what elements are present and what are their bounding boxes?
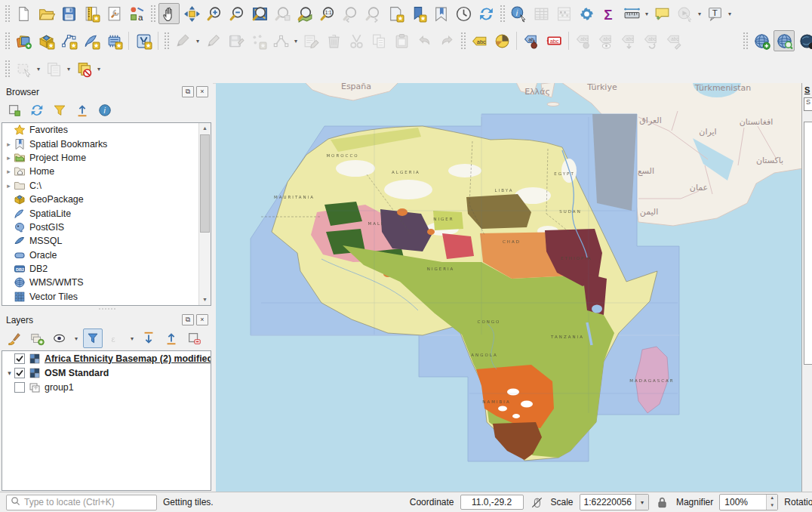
temporal-controller-button[interactable]: [453, 3, 474, 24]
copy-features-button[interactable]: [368, 30, 389, 51]
processing-toolbox-button[interactable]: [576, 3, 597, 24]
paste-features-button[interactable]: [391, 30, 412, 51]
refresh-map-button[interactable]: [475, 3, 497, 24]
new-temporary-scratch-layer-button[interactable]: [103, 30, 125, 51]
browser-refresh-button[interactable]: [27, 100, 47, 120]
expand-all-button[interactable]: [139, 328, 158, 348]
toolbar-grip[interactable]: [743, 32, 748, 50]
globe-search-button[interactable]: [774, 30, 795, 51]
redo-button[interactable]: [436, 30, 457, 51]
scroll-thumb[interactable]: [200, 134, 210, 233]
browser-filter-button[interactable]: [50, 100, 69, 120]
browser-item-postgis[interactable]: PostGIS: [2, 221, 211, 234]
toolbar-grip[interactable]: [500, 5, 505, 23]
style-manager-button[interactable]: a: [126, 3, 147, 24]
layers-float-button[interactable]: ⧉: [182, 314, 194, 325]
browser-item-project-home[interactable]: ▸Project Home: [2, 151, 211, 165]
delete-selected-button[interactable]: [323, 30, 344, 51]
modify-attributes-button[interactable]: [300, 30, 321, 51]
manage-themes-button[interactable]: [50, 328, 69, 348]
new-shapefile-layer-button[interactable]: [58, 30, 79, 51]
map-canvas[interactable]: MOROCCOALGERIALIBYAEGYPTMAURITANIAMALINI…: [216, 83, 801, 492]
dock-splitter[interactable]: [0, 306, 213, 311]
coordinate-input[interactable]: 11.0,-29.2: [460, 495, 524, 510]
deselect-all-dropdown-icon[interactable]: ▾: [95, 66, 103, 72]
browser-item-spatialite[interactable]: SpatiaLite: [2, 206, 211, 220]
measure-line-button[interactable]: [621, 3, 642, 24]
browser-scrollbar[interactable]: ▲ ▼: [198, 123, 211, 305]
identify-features-button[interactable]: i: [508, 3, 529, 24]
toolbar-grip[interactable]: [150, 5, 155, 23]
expand-icon[interactable]: ▸: [4, 154, 14, 162]
show-layout-manager-button[interactable]: [103, 3, 125, 24]
pin-labels-button[interactable]: ab: [521, 30, 542, 51]
toolbar-grip[interactable]: [5, 60, 10, 78]
new-spatialite-layer-button[interactable]: [81, 30, 102, 51]
layer-checkbox[interactable]: [14, 353, 25, 364]
zoom-next-button[interactable]: [362, 3, 383, 24]
open-attribute-table-button[interactable]: [531, 3, 552, 24]
remove-layer-button[interactable]: [184, 328, 204, 348]
toggle-editing-button[interactable]: [202, 30, 223, 51]
show-spatial-bookmarks-button[interactable]: [430, 3, 451, 24]
open-layer-styling-button[interactable]: [5, 328, 24, 348]
select-features-dropdown-icon[interactable]: ▾: [35, 66, 42, 72]
globe-add-button[interactable]: [751, 30, 772, 51]
move-label-button[interactable]: abc: [618, 30, 639, 51]
lock-icon[interactable]: [655, 495, 670, 510]
map-tips-button[interactable]: [651, 3, 672, 24]
toolbar-grip[interactable]: [460, 32, 466, 50]
layer-item-group1[interactable]: group1: [2, 380, 211, 394]
browser-item-oracle[interactable]: Oracle: [2, 248, 211, 262]
layer-labeling-button[interactable]: abc: [469, 30, 490, 51]
select-features-by-value-dropdown-icon[interactable]: ▾: [65, 66, 72, 72]
change-label-button[interactable]: abc: [663, 30, 684, 51]
browser-item-favorites[interactable]: Favorites: [2, 123, 211, 137]
zoom-in-button[interactable]: [204, 3, 225, 24]
collapse-tree-button[interactable]: [72, 100, 92, 120]
deselect-all-button[interactable]: [73, 58, 94, 79]
add-selected-layers-button[interactable]: [5, 100, 24, 120]
zoom-to-selection-button[interactable]: [272, 3, 293, 24]
filter-expression-dropdown-icon[interactable]: ▾: [128, 335, 136, 342]
right-panel-field-fragment[interactable]: S: [804, 97, 812, 111]
add-group-button[interactable]: [27, 328, 47, 348]
browser-item-c-[interactable]: ▸C:\: [2, 179, 211, 193]
pan-map-button[interactable]: [158, 3, 180, 24]
new-spatial-bookmark-button[interactable]: [408, 3, 429, 24]
toolbar-grip[interactable]: [5, 5, 10, 23]
browser-properties-button[interactable]: i: [95, 100, 115, 120]
select-features-by-value-button[interactable]: [43, 58, 64, 79]
layer-item-osm-standard[interactable]: ▾OSM Standard: [2, 365, 211, 380]
browser-float-button[interactable]: ⧉: [182, 86, 194, 97]
text-annotation-dropdown-icon[interactable]: ▾: [726, 11, 734, 17]
run-feature-action-dropdown-icon[interactable]: ▾: [696, 11, 703, 17]
data-source-manager-button[interactable]: [13, 30, 34, 51]
expand-icon[interactable]: ▸: [4, 140, 14, 148]
vertex-tool-button[interactable]: [270, 30, 291, 51]
run-feature-action-button[interactable]: [674, 3, 695, 24]
browser-item-spatial-bookmarks[interactable]: ▸Spatial Bookmarks: [2, 137, 211, 150]
toolbar-grip[interactable]: [5, 32, 10, 50]
project-save-button[interactable]: [58, 3, 79, 24]
pin-unpin-labels-button[interactable]: abc: [573, 30, 594, 51]
locator-input[interactable]: Type to locate (Ctrl+K): [6, 495, 157, 510]
browser-item-db2[interactable]: DB2DB2: [2, 262, 211, 276]
new-geopackage-layer-button[interactable]: [35, 30, 57, 51]
scroll-up-icon[interactable]: ▲: [199, 123, 211, 134]
browser-item-home[interactable]: ▸Home: [2, 165, 211, 178]
browser-item-wms-wmts[interactable]: WMS/WMTS: [2, 276, 211, 289]
rotate-label-button[interactable]: abc: [641, 30, 662, 51]
scroll-down-icon[interactable]: ▼: [199, 295, 211, 305]
vertex-tool-dropdown-icon[interactable]: ▾: [292, 38, 300, 45]
zoom-to-layer-button[interactable]: [294, 3, 315, 24]
layers-close-button[interactable]: ×: [196, 314, 208, 325]
filter-expression-button[interactable]: ε: [106, 328, 125, 348]
extents-toggle-icon[interactable]: [530, 495, 545, 510]
zoom-native-button[interactable]: 1:1: [317, 3, 338, 24]
magnifier-spinbox[interactable]: 100% ▲▼: [719, 494, 778, 510]
new-virtual-layer-button[interactable]: [133, 30, 154, 51]
expand-icon[interactable]: ▸: [4, 182, 14, 190]
layer-item-africa-ethnicity-basemap-2-modified[interactable]: Africa Ethnicity Basemap (2) modified: [2, 351, 211, 365]
browser-item-vector-tiles[interactable]: Vector Tiles: [2, 290, 211, 304]
